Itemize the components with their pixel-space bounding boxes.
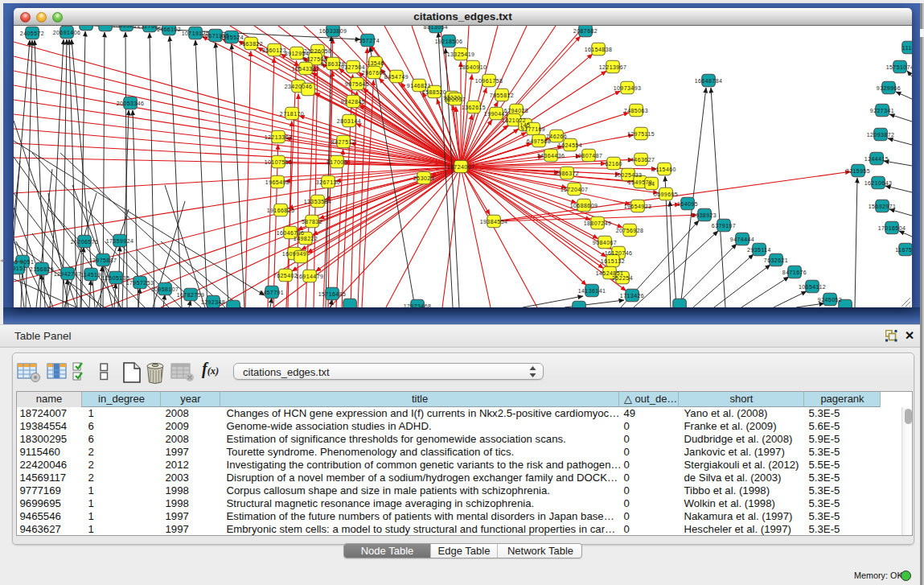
svg-text:12213967: 12213967 [599, 64, 627, 70]
svg-text:18640910: 18640910 [459, 64, 487, 70]
svg-text:13975887: 13975887 [89, 257, 117, 263]
svg-text:7357274: 7357274 [355, 38, 380, 43]
svg-text:16154838: 16154838 [585, 47, 613, 52]
svg-text:16033809: 16033809 [319, 28, 347, 34]
svg-text:10654112: 10654112 [799, 284, 826, 290]
svg-text:13353584: 13353584 [304, 199, 332, 204]
svg-text:23420046: 23420046 [285, 84, 313, 89]
svg-text:16120746: 16120746 [605, 250, 633, 256]
svg-text:15720407: 15720407 [561, 187, 589, 192]
svg-text:20206576: 20206576 [71, 239, 99, 245]
svg-text:15716485: 15716485 [318, 291, 347, 297]
svg-text:6497568: 6497568 [527, 138, 551, 144]
svg-text:14463627: 14463627 [627, 157, 655, 163]
svg-text:9146821: 9146821 [407, 83, 431, 89]
svg-text:19166825: 19166825 [267, 208, 295, 213]
svg-text:7485063: 7485063 [624, 108, 648, 113]
svg-text:2405572: 2405572 [20, 31, 44, 36]
svg-text:164095: 164095 [677, 201, 698, 207]
svg-text:7625402: 7625402 [273, 273, 298, 278]
svg-text:15692971: 15692971 [869, 204, 897, 209]
svg-text:17016504: 17016504 [878, 225, 906, 231]
svg-text:16648784: 16648784 [695, 78, 723, 84]
svg-text:13546: 13546 [367, 60, 384, 66]
svg-text:10025433: 10025433 [614, 172, 643, 178]
svg-text:16782759: 16782759 [177, 292, 205, 298]
svg-text:6466102: 6466102 [157, 27, 181, 32]
svg-text:8471676: 8471676 [782, 270, 807, 275]
svg-text:9329966: 9329966 [877, 85, 901, 91]
svg-text:1588520: 1588520 [422, 89, 446, 95]
svg-text:7515524: 7515524 [220, 35, 244, 40]
svg-text:7663822: 7663822 [239, 41, 263, 47]
svg-text:20756928: 20756928 [616, 228, 644, 233]
svg-text:13325419: 13325419 [447, 51, 475, 57]
svg-text:1965498: 1965498 [265, 179, 290, 185]
svg-text:10973493: 10973493 [614, 85, 642, 91]
svg-text:8813054: 8813054 [424, 26, 448, 30]
svg-text:9474444: 9474444 [730, 237, 754, 242]
svg-text:2718170: 2718170 [280, 111, 304, 117]
svg-text:8660123: 8660123 [262, 47, 286, 53]
svg-text:1498222: 1498222 [294, 236, 318, 241]
svg-text:1624554: 1624554 [558, 142, 582, 148]
svg-text:2967608: 2967608 [362, 70, 386, 76]
svg-text:62160: 62160 [605, 161, 622, 167]
svg-text:114519: 114519 [80, 272, 101, 278]
svg-text:1112: 1112 [902, 45, 912, 51]
svg-text:9115460: 9115460 [652, 167, 676, 172]
svg-text:9777169: 9777169 [521, 126, 545, 132]
svg-text:10961758: 10961758 [475, 78, 503, 84]
svg-text:9875645: 9875645 [345, 81, 369, 87]
svg-text:17359924: 17359924 [106, 238, 134, 244]
svg-text:84: 84 [648, 181, 655, 187]
svg-text:3267130: 3267130 [316, 179, 340, 185]
svg-text:1609949: 1609949 [282, 251, 306, 257]
svg-text:10807487: 10807487 [575, 153, 603, 159]
svg-text:2803144: 2803144 [337, 118, 361, 124]
svg-text:16914479: 16914479 [296, 274, 324, 279]
svg-text:2935114: 2935114 [747, 247, 771, 253]
svg-text:19218506: 19218506 [435, 39, 463, 44]
svg-text:6794028: 6794028 [504, 108, 528, 113]
svg-text:8454749: 8454749 [384, 74, 409, 80]
svg-text:14136141: 14136141 [578, 288, 606, 294]
svg-text:12942737: 12942737 [54, 271, 82, 277]
svg-text:1615132: 1615132 [601, 258, 625, 264]
svg-text:2986372: 2986372 [555, 171, 579, 176]
svg-text:10543362: 10543362 [292, 66, 320, 72]
svg-text:24364436: 24364436 [537, 153, 565, 159]
svg-text:322037: 322037 [445, 97, 466, 102]
svg-text:15751074: 15751074 [886, 64, 912, 70]
svg-text:252254: 252254 [612, 275, 633, 281]
svg-text:2087682: 2087682 [573, 28, 598, 34]
svg-text:3215955: 3215955 [846, 168, 870, 174]
svg-text:45 9051: 45 9051 [14, 259, 34, 265]
svg-text:10958107: 10958107 [151, 286, 179, 292]
svg-text:9327504: 9327504 [341, 64, 365, 70]
svg-text:10653267: 10653267 [113, 26, 141, 28]
svg-text:16210643: 16210643 [864, 180, 893, 186]
svg-text:7632621: 7632621 [764, 257, 788, 263]
svg-text:12923468: 12923468 [404, 303, 432, 308]
svg-text:12093872: 12093872 [867, 132, 895, 138]
svg-text:18724007: 18724007 [447, 164, 475, 170]
svg-text:12975115: 12975115 [627, 131, 655, 137]
svg-text:20691406: 20691406 [53, 30, 81, 35]
svg-text:6379197: 6379197 [712, 223, 736, 229]
svg-text:8938923: 8938923 [692, 212, 717, 218]
svg-text:17957253: 17957253 [126, 280, 154, 286]
svg-text:10107553: 10107553 [265, 159, 293, 165]
svg-text:1244415: 1244415 [864, 156, 889, 162]
svg-text:8427512: 8427512 [331, 139, 355, 145]
svg-text:19654923: 19654923 [624, 204, 652, 209]
svg-text:18807249: 18807249 [584, 220, 612, 226]
svg-text:116753: 116753 [895, 247, 912, 253]
svg-text:2156829: 2156829 [30, 266, 54, 272]
svg-text:1292348: 1292348 [201, 299, 225, 305]
svg-text:587832: 587832 [302, 219, 322, 225]
svg-text:9242845: 9242845 [341, 99, 365, 105]
svg-text:12213363: 12213363 [265, 134, 293, 140]
svg-text:9245052: 9245052 [818, 297, 842, 303]
svg-text:23226058: 23226058 [304, 48, 332, 54]
